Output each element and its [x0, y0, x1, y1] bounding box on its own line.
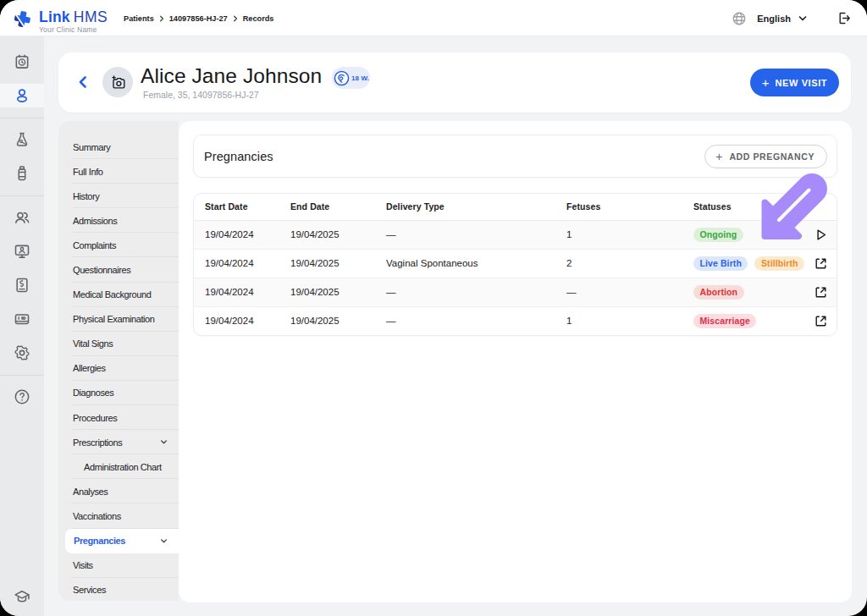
sidebar-item-complaints[interactable]: Complaints [58, 233, 179, 257]
rail-item-cash-register[interactable] [0, 302, 44, 336]
column-end-date: End Date [290, 194, 386, 220]
sidebar-item-pregnancies[interactable]: Pregnancies [65, 529, 179, 553]
education-cap-icon [14, 588, 30, 605]
chevron-down-icon[interactable] [798, 14, 808, 24]
sidebar-item-label: Prescriptions [73, 437, 122, 448]
sidebar-item-services[interactable]: Services [58, 578, 179, 601]
sidebar-item-analyses[interactable]: Analyses [58, 479, 179, 503]
back-button[interactable] [75, 74, 91, 90]
brand-secondary: HMS [74, 8, 108, 25]
sidebar-item-summary[interactable]: Summary [58, 135, 179, 159]
breadcrumb-separator-icon [158, 15, 165, 22]
sidebar-item-prescriptions[interactable]: Prescriptions [58, 430, 179, 454]
pregnancy-row[interactable]: 19/04/2024 19/04/2025 Vaginal Spontaneou… [194, 249, 837, 278]
cell-start-date: 19/04/2024 [194, 220, 290, 249]
patient-monitor-icon [14, 243, 30, 260]
section-title: Pregnancies [204, 150, 273, 163]
sidebar-item-label: Admissions [73, 216, 117, 226]
staff-group-icon [14, 209, 30, 226]
rail-item-help[interactable] [0, 380, 44, 414]
sidebar-item-label: History [73, 191, 99, 201]
cell-end-date: 19/04/2025 [290, 220, 386, 249]
breadcrumb-item[interactable]: Records [243, 14, 274, 23]
cell-action [804, 306, 837, 335]
cell-delivery-type: — [386, 278, 566, 306]
patient-avatar[interactable] [102, 67, 133, 97]
sidebar-item-vital-signs[interactable]: Vital Signs [58, 332, 179, 356]
sidebar-item-label: Analyses [73, 487, 108, 497]
pregnancy-row[interactable]: 19/04/2024 19/04/2025 — — Abortion [194, 278, 837, 306]
gestation-badge: 18 W. [332, 67, 370, 89]
breadcrumb-separator-icon [232, 15, 239, 22]
pregnancies-table-card: Start Date End Date Delivery Type Fetuse… [193, 193, 837, 336]
sidebar-item-label: Pregnancies [74, 536, 125, 546]
globe-icon [732, 11, 747, 26]
rail-item-billing-document[interactable] [0, 268, 44, 302]
status-badge-ongoing: Ongoing [693, 228, 743, 242]
rail-item-staff-group[interactable] [0, 201, 44, 234]
rail-item-patients[interactable] [0, 79, 44, 113]
open-in-new-icon[interactable] [814, 256, 828, 271]
rail-item-medicine-bottle[interactable] [0, 157, 44, 190]
sidebar-item-label: Questionnaires [73, 265, 130, 275]
sidebar-item-questionnaires[interactable]: Questionnaires [58, 257, 179, 282]
column-fetuses: Fetuses [566, 194, 693, 220]
patient-subtitle: Female, 35, 14097856-HJ-27 [143, 90, 259, 100]
sidebar-item-administration-chart[interactable]: Administration Chart [58, 454, 179, 479]
sidebar-item-label: Vital Signs [73, 338, 113, 349]
add-pregnancy-button[interactable]: + ADD PREGNANCY [704, 145, 827, 168]
sidebar-item-medical-background[interactable]: Medical Background [58, 283, 179, 307]
rail-item-patient-monitor[interactable] [0, 234, 44, 268]
app-logo[interactable]: LinkHMS Your Clinic Name [14, 10, 108, 34]
cell-start-date: 19/04/2024 [194, 249, 290, 278]
rail-item-settings-gear[interactable] [0, 336, 44, 370]
pregnancies-table: Start Date End Date Delivery Type Fetuse… [194, 194, 837, 335]
sidebar-item-vaccinations[interactable]: Vaccinations [58, 503, 179, 528]
play-icon[interactable] [814, 228, 828, 242]
sidebar-item-visits[interactable]: Visits [58, 553, 179, 578]
cell-start-date: 19/04/2024 [194, 278, 290, 306]
sidebar-item-label: Allergies [73, 363, 106, 373]
column-start-date: Start Date [194, 194, 290, 220]
brand-primary: Link [39, 8, 70, 25]
cell-action [804, 249, 837, 278]
sidebar-item-physical-examination[interactable]: Physical Examination [58, 307, 179, 332]
sidebar-item-label: Procedures [73, 413, 117, 423]
icon-rail [0, 36, 44, 616]
rail-item-calendar-schedule[interactable] [0, 45, 44, 79]
breadcrumb-item[interactable]: 14097856-HJ-27 [169, 14, 228, 23]
sidebar-item-full-info[interactable]: Full Info [58, 159, 179, 184]
sidebar-item-history[interactable]: History [58, 184, 179, 208]
rail-item-lab-flask[interactable] [0, 123, 44, 157]
status-badge-stillbirth: Stillbirth [754, 256, 804, 271]
logout-icon[interactable] [837, 11, 852, 25]
open-in-new-icon[interactable] [814, 285, 828, 300]
breadcrumb-item[interactable]: Patients [124, 14, 154, 23]
sidebar-item-admissions[interactable]: Admissions [58, 208, 179, 233]
new-visit-label: NEW VISIT [776, 78, 828, 88]
patients-icon [14, 87, 30, 104]
sidebar-item-allergies[interactable]: Allergies [58, 356, 179, 381]
add-photo-icon [111, 75, 125, 90]
cell-delivery-type: Vaginal Spontaneous [386, 249, 566, 278]
sidebar-item-diagnoses[interactable]: Diagnoses [58, 381, 179, 405]
new-visit-button[interactable]: + NEW VISIT [750, 69, 839, 96]
app-window: LinkHMS Your Clinic Name Patients 140978… [0, 0, 867, 616]
sidebar-item-label: Administration Chart [84, 462, 162, 472]
sidebar-item-procedures[interactable]: Procedures [58, 405, 179, 430]
sidebar-item-label: Complaints [73, 240, 116, 250]
rail-item-education[interactable] [0, 588, 44, 605]
cell-delivery-type: — [386, 220, 566, 249]
sidebar-item-label: Visits [73, 560, 93, 570]
cell-end-date: 19/04/2025 [290, 306, 386, 335]
calendar-schedule-icon [14, 53, 30, 70]
sidebar-item-label: Medical Background [73, 289, 151, 300]
pregnancy-row[interactable]: 19/04/2024 19/04/2025 — 1 Ongoing [194, 220, 837, 249]
column-delivery-type: Delivery Type [386, 194, 566, 220]
pregnancy-row[interactable]: 19/04/2024 19/04/2025 — 1 Miscarriage [194, 306, 837, 335]
billing-document-icon [14, 277, 30, 294]
open-in-new-icon[interactable] [814, 314, 828, 328]
patient-record-menu: Summary Full Info History Admissions Com… [58, 121, 179, 601]
cell-statuses: Miscarriage [693, 306, 804, 335]
language-selector[interactable]: English [757, 14, 791, 24]
